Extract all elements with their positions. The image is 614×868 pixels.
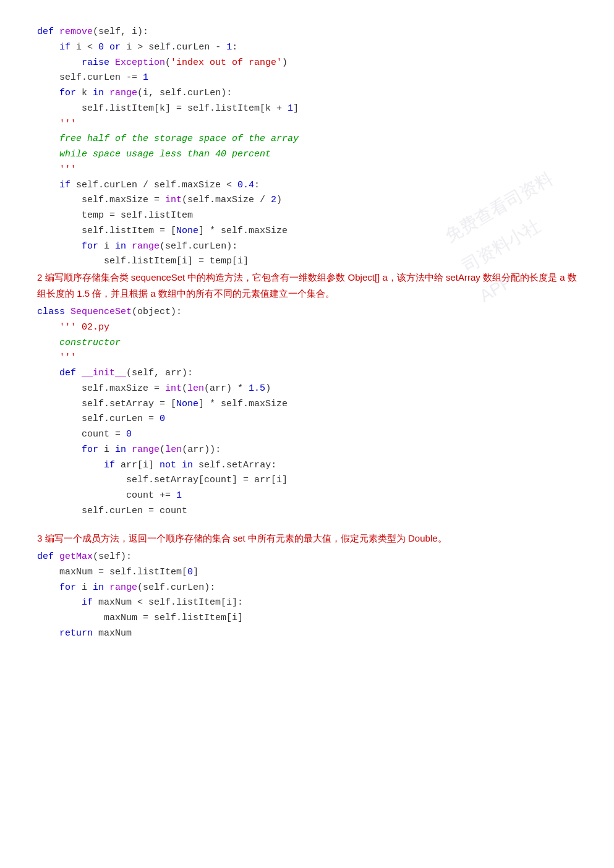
task-2-description: 2 编写顺序存储集合类 sequenceSet 中的构造方法，它包含有一维数组参… bbox=[37, 270, 577, 301]
page-content: def remove(self, i): if i < 0 or i > sel… bbox=[37, 25, 577, 642]
sequenceset-class-block: class SequenceSet(object): ''' 02.py con… bbox=[37, 305, 577, 519]
getmax-method-block: def getMax(self): maxNum = self.listItem… bbox=[37, 550, 577, 642]
remove-method-block: def remove(self, i): if i < 0 or i > sel… bbox=[37, 25, 577, 270]
task-3-description: 3 编写一个成员方法，返回一个顺序存储的集合 set 中所有元素的最大值，假定元… bbox=[37, 530, 577, 547]
